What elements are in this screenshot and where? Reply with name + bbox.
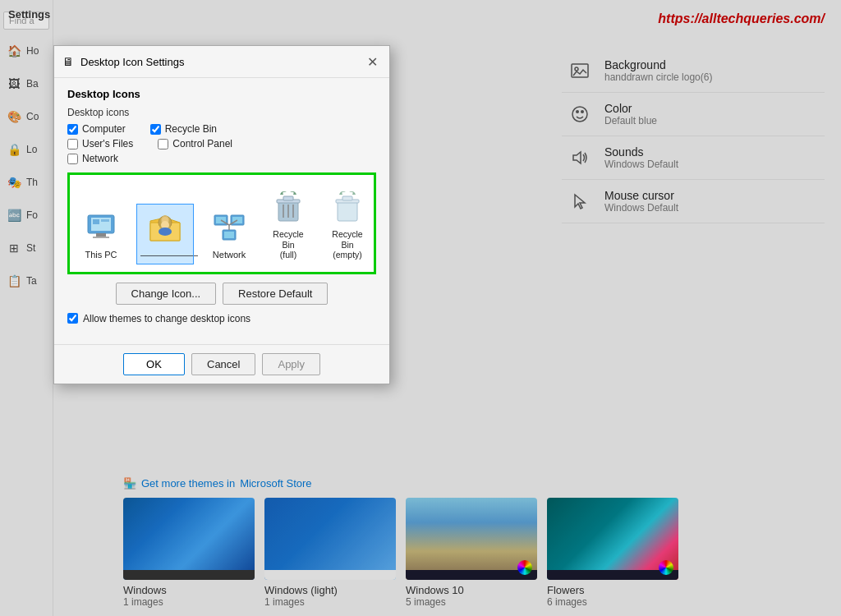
icon-preview-area: This PC —————— — [67, 172, 376, 274]
icon-recycle-full[interactable]: Recycle Bin(full) — [265, 183, 311, 264]
apply-button[interactable]: Apply — [262, 353, 320, 375]
svg-point-20 — [159, 228, 172, 236]
allow-themes-checkbox-input[interactable] — [67, 313, 78, 324]
desktop-icon-settings-dialog: 🖥 Desktop Icon Settings ✕ Desktop Icons … — [53, 45, 390, 384]
checkbox-controlpanel-input[interactable] — [158, 139, 168, 149]
change-icon-button[interactable]: Change Icon... — [116, 283, 217, 305]
checkbox-computer[interactable]: Computer — [67, 123, 126, 135]
svg-rect-32 — [283, 196, 293, 200]
dialog-icon: 🖥 — [62, 55, 74, 68]
svg-rect-8 — [96, 233, 106, 237]
icon-recycle-empty-img — [328, 186, 367, 226]
checkboxes-row-1: Computer Recycle Bin — [67, 123, 376, 135]
ok-button[interactable]: OK — [123, 353, 185, 375]
checkboxes-section-label: Desktop icons — [67, 107, 376, 118]
checkbox-computer-input[interactable] — [67, 124, 78, 135]
restore-default-button[interactable]: Restore Default — [223, 283, 328, 305]
checkboxes-row-2: User's Files Control Panel — [67, 138, 376, 149]
icon-user-img — [145, 208, 185, 247]
icon-recycle-full-img — [269, 186, 308, 226]
checkbox-controlpanel-label: Control Panel — [172, 138, 232, 149]
checkbox-recycle-label: Recycle Bin — [165, 123, 217, 135]
checkbox-userfiles[interactable]: User's Files — [67, 138, 133, 149]
desktop-icons-section-label: Desktop Icons — [67, 88, 376, 100]
icon-network[interactable]: Network — [206, 204, 252, 264]
svg-rect-11 — [93, 219, 99, 224]
checkbox-network[interactable]: Network — [67, 153, 118, 164]
dialog-title: Desktop Icon Settings — [80, 56, 356, 68]
icon-network-img — [209, 207, 249, 246]
allow-themes-label: Allow themes to change desktop icons — [83, 313, 250, 324]
icon-thispc-img — [81, 207, 121, 246]
checkbox-computer-label: Computer — [82, 123, 126, 135]
icon-recycle-empty[interactable]: Recycle Bin(empty) — [324, 183, 370, 264]
svg-rect-9 — [93, 237, 109, 238]
svg-rect-26 — [224, 232, 234, 238]
dialog-close-button[interactable]: ✕ — [363, 53, 381, 71]
checkbox-recycle[interactable]: Recycle Bin — [150, 123, 217, 135]
dialog-footer: OK Cancel Apply — [54, 344, 389, 384]
checkbox-network-input[interactable] — [67, 154, 78, 164]
checkbox-network-label: Network — [82, 153, 118, 164]
icon-user[interactable]: ——————— — [137, 205, 193, 264]
checkboxes-row-3: Network — [67, 153, 376, 164]
dialog-body: Desktop Icons Desktop icons Computer Rec… — [54, 78, 389, 344]
checkbox-userfiles-label: User's Files — [82, 138, 133, 149]
svg-rect-36 — [338, 201, 357, 221]
icon-user-label: ——————— — [140, 251, 190, 260]
icon-network-label: Network — [213, 250, 246, 260]
checkbox-controlpanel[interactable]: Control Panel — [158, 138, 232, 149]
dialog-titlebar: 🖥 Desktop Icon Settings ✕ — [54, 46, 389, 78]
svg-rect-12 — [101, 219, 109, 222]
icon-recycle-empty-label: Recycle Bin(empty) — [328, 229, 367, 260]
icon-thispc[interactable]: This PC — [78, 204, 124, 264]
icon-recycle-full-label: Recycle Bin(full) — [269, 229, 308, 260]
change-restore-buttons: Change Icon... Restore Default — [67, 283, 376, 305]
cancel-button[interactable]: Cancel — [191, 353, 255, 375]
svg-rect-38 — [342, 196, 352, 200]
allow-themes-checkbox-row[interactable]: Allow themes to change desktop icons — [67, 313, 376, 324]
checkbox-recycle-input[interactable] — [150, 124, 161, 135]
icon-thispc-label: This PC — [85, 250, 117, 260]
checkbox-userfiles-input[interactable] — [67, 139, 78, 149]
